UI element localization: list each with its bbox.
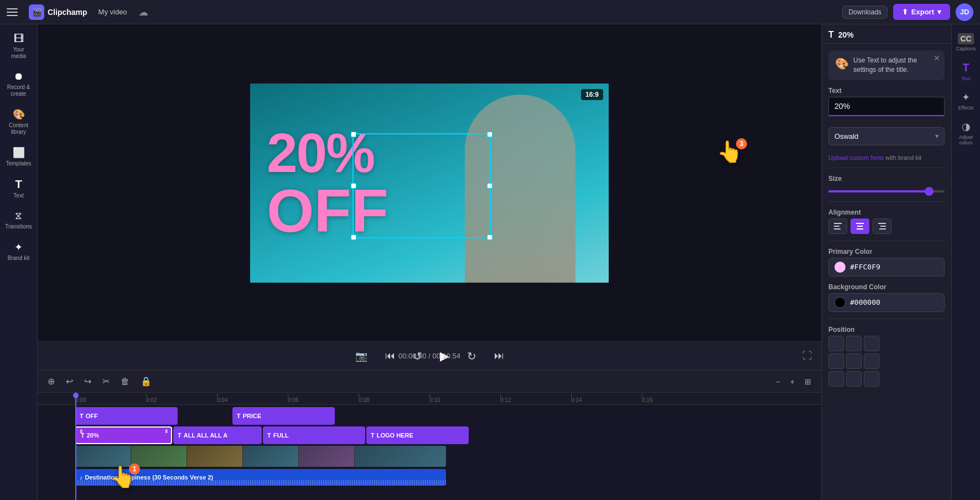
sidebar-label-content: Content library xyxy=(6,122,32,136)
rp-text[interactable]: T Text xyxy=(953,57,979,86)
downloads-badge[interactable]: Downloads xyxy=(842,6,887,19)
video-thumb-3 xyxy=(187,446,242,467)
text-input-field[interactable] xyxy=(828,97,945,116)
clip-off[interactable]: T OFF xyxy=(75,407,178,425)
video-thumb-2 xyxy=(131,446,186,467)
tooltip-close-button[interactable]: ✕ xyxy=(934,54,940,62)
cut-button[interactable]: ✂ xyxy=(99,374,113,389)
rp-captions[interactable]: CC Captions xyxy=(953,29,979,56)
font-name: Oswald xyxy=(834,132,858,140)
video-thumb-1 xyxy=(75,446,131,467)
expand-button[interactable]: ⛶ xyxy=(802,350,812,362)
primary-color-value: #FFC0F9 xyxy=(850,263,880,271)
hamburger-button[interactable] xyxy=(7,4,22,20)
panel-header-icon: T xyxy=(828,30,834,40)
upload-fonts-anchor[interactable]: Upload custom fonts xyxy=(828,154,884,161)
ruler-mark-6: 0:12 xyxy=(500,397,571,403)
clip-full[interactable]: T FULL xyxy=(263,426,365,444)
text-section: Text xyxy=(828,87,945,116)
redo-button[interactable]: ↪ xyxy=(81,374,95,389)
alignment-label: Alignment xyxy=(828,209,945,216)
clip-video[interactable] xyxy=(75,446,446,467)
rewind-button[interactable]: ⏮ xyxy=(382,347,398,365)
clip-full-icon: T xyxy=(267,432,271,439)
fastforward-button[interactable]: ⏭ xyxy=(491,347,507,365)
pos-bot-right[interactable] xyxy=(864,371,879,387)
pos-bot-center[interactable] xyxy=(846,371,862,387)
bg-color-swatch[interactable]: #000000 xyxy=(828,293,945,312)
clip-all-icon: T xyxy=(178,432,182,439)
pos-bot-left[interactable] xyxy=(828,371,844,387)
screenshot-button[interactable]: 📷 xyxy=(352,347,371,366)
rp-effects[interactable]: ✦ Effects xyxy=(953,87,979,115)
sidebar-item-transitions[interactable]: ⧖ Transitions xyxy=(3,206,35,235)
sidebar-item-templates[interactable]: ⬜ Templates xyxy=(3,142,35,171)
video-preview[interactable]: 20% OFF xyxy=(250,84,609,283)
sidebar-item-your-media[interactable]: 🎞 Your media xyxy=(3,29,35,64)
sidebar-label-record: Record & create xyxy=(6,84,32,97)
ruler-mark-2: 0:04 xyxy=(217,397,288,403)
sidebar-item-content-library[interactable]: 🎨 Content library xyxy=(3,104,35,140)
panel-header-bar: T 20% xyxy=(822,24,951,44)
video-thumb-6 xyxy=(355,446,446,467)
time-display: 00:00.00 / 00:10.54 xyxy=(398,352,460,360)
ratio-badge: 16:9 xyxy=(581,89,603,100)
rp-adjust-colors[interactable]: ◑ Adjust colors xyxy=(953,116,979,150)
app-name: Clipchamp xyxy=(48,8,87,17)
track-row-audio: ♪ Destination Happiness (30 Seconds Vers… xyxy=(75,468,821,486)
pos-mid-right[interactable] xyxy=(864,353,879,369)
pos-top-left[interactable] xyxy=(828,336,844,351)
track-row-video[interactable] xyxy=(75,446,821,467)
svg-rect-5 xyxy=(857,228,863,230)
size-slider[interactable] xyxy=(828,190,945,192)
primary-color-swatch[interactable]: #FFC0F9 xyxy=(828,258,945,277)
delete-button[interactable]: 🗑 xyxy=(117,374,133,389)
clip-price[interactable]: T PRICE xyxy=(232,407,335,425)
font-chevron-icon: ▾ xyxy=(935,132,938,140)
zoom-in-button[interactable]: + xyxy=(787,375,798,388)
font-selector[interactable]: Oswald ▾ xyxy=(828,127,945,145)
text-settings-panel: T 20% 🎨 Use Text to adjust the settings … xyxy=(821,24,951,500)
clip-audio[interactable]: ♪ Destination Happiness (30 Seconds Vers… xyxy=(75,469,446,486)
controls-bar: 📷 ⏮ ↺ ▶ ↻ ⏭ 00:00.00 / 00:10.54 ⛶ xyxy=(38,341,821,370)
clip-logo-here[interactable]: T LOGO HERE xyxy=(366,426,469,444)
ruler-mark-7: 0:14 xyxy=(571,397,642,403)
pos-top-center[interactable] xyxy=(846,336,862,351)
user-avatar[interactable]: JD xyxy=(956,3,973,21)
bg-color-label: Background Color xyxy=(828,283,945,291)
pos-mid-left[interactable] xyxy=(828,353,844,369)
captions-icon: CC xyxy=(958,33,973,44)
fwd5-button[interactable]: ↻ xyxy=(464,346,480,366)
align-right-button[interactable] xyxy=(873,218,891,234)
export-button[interactable]: ⬆ Export ▾ xyxy=(893,4,950,20)
align-center-button[interactable] xyxy=(851,218,869,234)
export-label: Export xyxy=(911,8,934,16)
brand-kit-icon: ✦ xyxy=(14,241,23,253)
sidebar-item-brand-kit[interactable]: ✦ Brand kit xyxy=(3,237,35,266)
fit-timeline-button[interactable]: ⊞ xyxy=(801,375,815,388)
divider-2 xyxy=(828,201,945,202)
pos-top-right[interactable] xyxy=(864,336,879,351)
sidebar-item-text[interactable]: T Text xyxy=(3,174,35,204)
your-media-icon: 🎞 xyxy=(14,33,24,45)
clip-audio-label: Destination Happiness (30 Seconds Verse … xyxy=(85,474,214,481)
svg-rect-1 xyxy=(834,226,839,227)
sidebar-item-record-create[interactable]: ⏺ Record & create xyxy=(3,66,35,102)
bg-color-value: #000000 xyxy=(850,298,880,306)
clip-20pct[interactable]: ⏸ T 20% ⏸ xyxy=(75,426,172,444)
clip-all[interactable]: T ALL ALL ALL A xyxy=(173,426,262,444)
align-left-button[interactable] xyxy=(828,218,847,234)
magnet-tool-button[interactable]: ⊕ xyxy=(44,374,58,389)
undo-button[interactable]: ↩ xyxy=(63,374,76,389)
video-title[interactable]: My video xyxy=(94,6,132,18)
pos-mid-center[interactable] xyxy=(846,353,862,369)
topbar: 🎬 Clipchamp My video ☁ Downloads ⬆ Expor… xyxy=(0,0,980,24)
zoom-out-button[interactable]: − xyxy=(772,375,784,388)
position-label: Position xyxy=(828,326,945,334)
topbar-right: Downloads ⬆ Export ▾ JD xyxy=(842,3,973,21)
lock-button[interactable]: 🔒 xyxy=(137,374,155,389)
captions-label: Captions xyxy=(956,46,976,51)
text-section-label: Text xyxy=(828,87,945,95)
clip-price-icon: T xyxy=(237,413,241,419)
clip-full-label: FULL xyxy=(273,432,289,439)
